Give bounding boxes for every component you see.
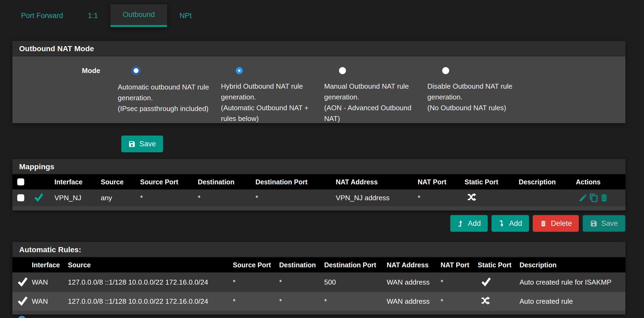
add-rule-top-button[interactable]: Add xyxy=(450,215,488,232)
col-nat-address: NAT Address xyxy=(336,178,418,186)
col-static-port: Static Port xyxy=(478,261,520,269)
copy-icon[interactable] xyxy=(589,193,598,202)
add-bottom-label: Add xyxy=(509,219,522,228)
cell-source: 127.0.0.0/8 ::1/128 10.0.0.0/22 172.16.0… xyxy=(68,278,233,286)
save-mode-button[interactable]: Save xyxy=(121,136,163,152)
radio-automatic[interactable] xyxy=(131,66,141,75)
trash-icon xyxy=(540,220,547,227)
col-actions: Actions xyxy=(576,178,625,186)
nat-tab-bar: Port Forward 1:1 Outbound NPt xyxy=(0,0,644,27)
row-actions xyxy=(576,193,625,202)
cell-source-port: * xyxy=(233,278,279,286)
add-top-label: Add xyxy=(468,219,481,228)
option-note: (IPsec passthrough included) xyxy=(118,103,212,114)
check-icon xyxy=(34,192,44,202)
check-icon xyxy=(481,276,491,286)
panel-title: Automatic Rules: xyxy=(12,242,625,257)
edit-pencil-icon[interactable] xyxy=(579,193,588,202)
cell-source-port: * xyxy=(233,297,279,306)
mode-option-manual: Manual Outbound NAT rule generation. (AO… xyxy=(324,66,418,123)
col-destination: Destination xyxy=(279,261,324,269)
col-source: Source xyxy=(101,178,140,186)
radio-manual[interactable] xyxy=(339,67,346,74)
panel-title: Mappings xyxy=(12,159,625,174)
panel-bottom-padding xyxy=(12,311,625,314)
cell-destination: * xyxy=(279,278,324,286)
option-note: (Automatic Outbound NAT + rules below) xyxy=(221,102,315,123)
cell-destination: * xyxy=(198,194,255,202)
row-select-checkbox[interactable] xyxy=(17,194,24,201)
radio-disable[interactable] xyxy=(442,67,449,74)
save-mappings-button[interactable]: Save xyxy=(583,215,625,232)
mode-option-label[interactable]: Hybrid Outbound NAT rule generation. (Au… xyxy=(221,81,315,123)
shuffle-icon xyxy=(480,296,491,305)
tab-port-forward[interactable]: Port Forward xyxy=(9,4,75,27)
col-nat-port: NAT Port xyxy=(418,178,465,186)
automatic-rules-table: Interface Source Source Port Destination… xyxy=(12,257,625,314)
save-button-label: Save xyxy=(601,219,618,228)
outbound-nat-mode-panel: Outbound NAT Mode Mode Automatic outboun… xyxy=(12,41,625,123)
col-interface: Interface xyxy=(54,178,101,186)
select-all-checkbox[interactable] xyxy=(17,178,24,185)
tab-1-1[interactable]: 1:1 xyxy=(75,4,110,27)
mode-option-disable: Disable Outbound NAT rule generation. (N… xyxy=(427,66,522,123)
panel-bottom-padding xyxy=(12,206,625,210)
check-icon xyxy=(17,295,28,306)
col-description: Description xyxy=(520,261,625,269)
option-text: Hybrid Outbound NAT rule generation. xyxy=(221,81,315,102)
mode-option-label[interactable]: Disable Outbound NAT rule generation. (N… xyxy=(427,81,522,113)
cell-nat-port: * xyxy=(418,194,465,202)
delete-button-label: Delete xyxy=(551,219,572,228)
option-text: Manual Outbound NAT rule generation. xyxy=(324,81,418,102)
col-source: Source xyxy=(68,261,233,269)
cell-interface: WAN xyxy=(32,297,68,306)
add-rule-bottom-button[interactable]: Add xyxy=(491,215,529,232)
auto-rule-row: WAN 127.0.0.0/8 ::1/128 10.0.0.0/22 172.… xyxy=(12,292,625,311)
cell-nat-port: * xyxy=(441,278,478,286)
arrow-turn-up-icon xyxy=(457,220,464,227)
automatic-rules-panel: Automatic Rules: Interface Source Source… xyxy=(12,242,625,314)
tab-outbound[interactable]: Outbound xyxy=(110,4,167,27)
col-nat-port: NAT Port xyxy=(441,261,478,269)
col-static-port: Static Port xyxy=(465,178,519,186)
mappings-action-buttons: Add Add Delete Save xyxy=(12,215,625,232)
save-button-label: Save xyxy=(139,140,156,148)
option-note: (AON - Advanced Outbound NAT) xyxy=(324,102,418,123)
mapping-table-row: VPN_NJ any * * * VPN_NJ address * xyxy=(12,189,625,206)
auto-rules-header-row: Interface Source Source Port Destination… xyxy=(12,257,625,272)
radio-hybrid[interactable] xyxy=(236,67,243,74)
mode-options: Automatic outbound NAT rule generation. … xyxy=(118,66,531,123)
col-source-port: Source Port xyxy=(140,178,198,186)
tab-npt[interactable]: NPt xyxy=(167,4,204,27)
cell-source: any xyxy=(101,194,140,202)
col-destination: Destination xyxy=(198,178,255,186)
floppy-save-icon xyxy=(590,220,597,227)
arrow-turn-down-icon xyxy=(498,220,505,227)
option-text: Automatic outbound NAT rule generation. xyxy=(118,82,212,103)
auto-rule-row: WAN 127.0.0.0/8 ::1/128 10.0.0.0/22 172.… xyxy=(12,272,625,292)
delete-selected-button[interactable]: Delete xyxy=(533,215,579,232)
trash-icon[interactable] xyxy=(600,193,609,202)
mode-option-label[interactable]: Manual Outbound NAT rule generation. (AO… xyxy=(324,81,418,123)
cell-description: Auto created rule for ISAKMP xyxy=(520,278,625,286)
mappings-header-row: Interface Source Source Port Destination… xyxy=(12,174,625,189)
mode-field-label: Mode xyxy=(12,66,118,123)
floppy-save-icon xyxy=(128,140,136,148)
mode-option-label[interactable]: Automatic outbound NAT rule generation. … xyxy=(118,82,212,114)
option-text: Disable Outbound NAT rule generation. xyxy=(427,81,522,102)
col-nat-address: NAT Address xyxy=(387,261,441,269)
col-description: Description xyxy=(519,178,576,186)
cell-interface: WAN xyxy=(32,278,68,286)
col-destination-port: Destination Port xyxy=(255,178,336,186)
mappings-table: Interface Source Source Port Destination… xyxy=(12,174,625,210)
cell-source-port: * xyxy=(140,194,198,202)
cell-destination-port: * xyxy=(255,194,336,202)
cell-destination-port: * xyxy=(324,297,387,306)
info-icon xyxy=(18,316,26,318)
shuffle-icon xyxy=(467,192,477,202)
cell-interface: VPN_NJ xyxy=(54,194,101,202)
mode-option-automatic: Automatic outbound NAT rule generation. … xyxy=(118,66,212,123)
mode-option-hybrid: Hybrid Outbound NAT rule generation. (Au… xyxy=(221,66,315,123)
mode-panel-body: Mode Automatic outbound NAT rule generat… xyxy=(12,56,625,123)
panel-title: Outbound NAT Mode xyxy=(12,41,625,56)
